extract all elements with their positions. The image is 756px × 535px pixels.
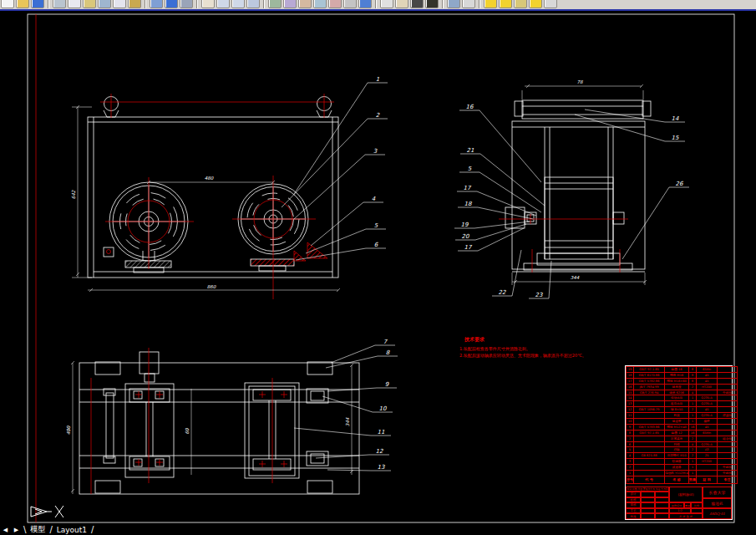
plan-view (79, 352, 359, 494)
product-name-cell: 输送机 (703, 498, 732, 508)
layer-plot-icon[interactable] (544, 0, 557, 8)
bom-row: 11机架1Q235-A焊接件 (627, 413, 738, 419)
balloon-7: 7 (383, 339, 388, 345)
markup-set-icon[interactable] (328, 0, 342, 8)
autocad-window: { "toolbar": { "icons": [ {"name":"new-i… (0, 0, 756, 535)
bom-row: 12GB/T 1096-79键 8×50245 (627, 407, 738, 413)
sign-row-校核: 校核 (626, 497, 641, 503)
stage-label-cell: 比例 (691, 502, 703, 508)
stage-label-cell: 重量 (684, 502, 691, 508)
toolbar-separator (263, 0, 265, 8)
table-icon[interactable] (410, 0, 424, 8)
dim-side-top: 78 (577, 79, 583, 84)
stage-label-cell: 阶段标记 (669, 502, 684, 508)
new-icon[interactable] (1, 0, 14, 8)
layer-freeze-icon[interactable] (499, 0, 512, 8)
balloon-8: 8 (386, 349, 390, 356)
balloon-17: 17 (464, 185, 472, 191)
bearing-right (613, 212, 624, 224)
layer-lock-icon[interactable] (514, 0, 527, 8)
layer-color-icon[interactable] (529, 0, 542, 8)
zoom-previous-icon[interactable] (246, 0, 260, 8)
sign-blank-cell (641, 502, 655, 508)
designcenter-icon[interactable] (283, 0, 297, 8)
bom-row: 6托辊4Q235-A (627, 441, 738, 447)
bom-row: 7张紧装置2组合件 (627, 436, 738, 441)
cut-icon[interactable] (98, 0, 111, 8)
help-icon[interactable] (358, 0, 372, 8)
sign-row-审核: 审核 (626, 502, 641, 508)
bom-row: 3联轴器1HT200 (627, 459, 738, 465)
toolbar-separator (145, 0, 146, 8)
render-icon[interactable] (425, 0, 439, 8)
plot-preview-icon[interactable] (68, 0, 81, 8)
balloon-17: 17 (464, 244, 473, 251)
balloon-13: 13 (378, 464, 385, 471)
balloon-23: 23 (535, 292, 543, 298)
bom-row: 13改向滚筒1Q235-A (627, 401, 738, 407)
undo-icon[interactable] (165, 0, 178, 8)
bom-row: 1电动机 Y112M-41外购件 (627, 471, 738, 476)
sign-blank-cell (655, 508, 669, 514)
sign-blank-cell (641, 497, 655, 503)
sign-blank-cell (641, 513, 655, 519)
publish-icon[interactable] (83, 0, 96, 8)
toolbar-separator (442, 0, 444, 8)
layer-on-icon[interactable] (484, 0, 497, 8)
side-view (505, 100, 651, 272)
redo-icon[interactable] (180, 0, 193, 8)
dim-front-center-distance: 480 (205, 176, 214, 181)
balloon-26: 26 (676, 181, 683, 187)
pan-icon[interactable] (201, 0, 215, 8)
sign-blank-cell (641, 492, 655, 497)
tool-palettes-icon[interactable] (298, 0, 312, 8)
note-line: 1.装配前检查各零件尺寸并清除毛刺。 (459, 346, 586, 351)
sheetset-manager-icon[interactable] (313, 0, 327, 8)
balloon-9: 9 (385, 381, 389, 388)
layer-states-icon[interactable] (462, 0, 475, 8)
quickcalc-icon[interactable] (343, 0, 357, 8)
note-line: 2.装配后滚动轴承应转动灵活、无卡阻现象，轴承温升不超过20℃。 (459, 353, 586, 358)
balloon-10: 10 (379, 405, 387, 412)
tab-layout1[interactable]: Layout1 (54, 526, 89, 534)
balloon-22: 22 (499, 289, 506, 296)
save-icon[interactable] (31, 0, 44, 8)
dim-front-width: 860 (207, 284, 216, 289)
balloon-2: 2 (376, 112, 380, 119)
toolbar-bottom-edge (0, 9, 756, 11)
standards-icon[interactable] (380, 0, 393, 8)
balloon-19: 19 (461, 222, 469, 228)
bom-header-row: 序号代 号名 称数量材 料备注 (627, 476, 738, 483)
balloon-5: 5 (374, 222, 378, 229)
zoom-realtime-icon[interactable] (216, 0, 230, 8)
balloon-6: 6 (374, 242, 378, 248)
balloon-20: 20 (462, 233, 469, 240)
sheet-count-cell: 共 张 第 张 (669, 513, 703, 519)
plot-icon[interactable] (53, 0, 66, 8)
match-properties-icon[interactable] (150, 0, 163, 8)
balloon-11: 11 (378, 429, 385, 436)
balloon-21: 21 (467, 147, 474, 154)
tab-divider: / (91, 525, 94, 534)
layout-tab-bar: ◀ ▶ \ 模型 / Layout1 / (0, 524, 756, 535)
tab-nav-last-button[interactable]: ▶ (11, 527, 22, 533)
dim-plan-right: 344 (345, 417, 350, 426)
bom-row: 9GB/T 5783-86螺栓 M12×401645 (627, 424, 738, 430)
technical-notes: 技术要求 1.装配前检查各零件尺寸并清除毛刺。2.装配后滚动轴承应转动灵活、无卡… (459, 336, 586, 358)
tab-model[interactable]: 模型 (28, 524, 48, 535)
layer-translate-icon[interactable] (395, 0, 408, 8)
zoom-window-icon[interactable] (231, 0, 245, 8)
balloon-15: 15 (672, 135, 679, 141)
tab-nav-first-button[interactable]: ◀ (0, 527, 11, 533)
open-icon[interactable] (16, 0, 29, 8)
properties-icon[interactable] (268, 0, 282, 8)
sign-row-设计: 设计 (626, 492, 641, 497)
paste-icon[interactable] (128, 0, 141, 8)
title-block-info: 标记 处数 分区 更改文件号 签名 年月日 设计校核审核工艺批准 (材料标记) … (626, 487, 732, 519)
dim-side-bottom: 344 (571, 275, 580, 280)
copy-icon[interactable] (113, 0, 126, 8)
bom-row: 2减速器1外购件 (627, 465, 738, 471)
layers-icon[interactable] (447, 0, 460, 8)
bom-table: 19GB/T 97.1-85垫圈 16865Mn18GB/T 6170-86螺母… (626, 366, 738, 484)
bom-row: 10输送带1橡胶 (627, 419, 738, 425)
